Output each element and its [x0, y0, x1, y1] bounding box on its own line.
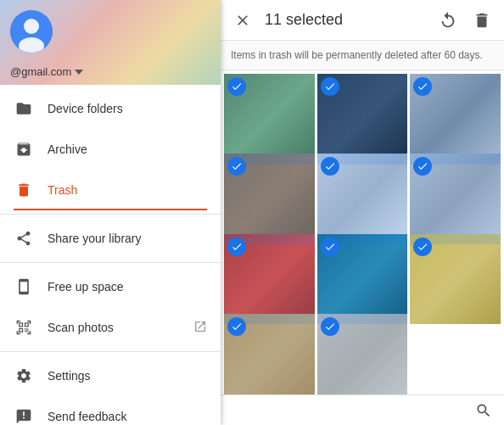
sidebar-item-scan-photos[interactable]: Scan photos — [0, 307, 221, 348]
photo-item[interactable] — [224, 234, 315, 325]
top-actions — [433, 5, 497, 36]
profile-section: @gmail.com — [0, 0, 221, 85]
sidebar-item-label-share-library: Share your library — [48, 232, 142, 245]
search-button[interactable] — [470, 397, 497, 424]
photo-item[interactable] — [224, 314, 315, 394]
selection-check-badge — [321, 77, 339, 96]
sidebar-item-label-settings: Settings — [48, 369, 91, 383]
selection-check-badge — [227, 238, 246, 256]
photo-item[interactable] — [410, 74, 501, 165]
sidebar-item-trash[interactable]: Trash — [0, 170, 221, 210]
top-bar: 11 selected — [221, 0, 504, 41]
scan-icon — [14, 317, 34, 338]
sidebar-item-label-archive: Archive — [48, 143, 87, 156]
close-button[interactable] — [227, 5, 258, 36]
sidebar-item-label-trash: Trash — [48, 183, 77, 197]
sidebar-item-label-device-folders: Device folders — [48, 102, 123, 115]
divider-1 — [0, 214, 221, 215]
photo-item[interactable] — [317, 154, 408, 244]
selection-check-badge — [321, 317, 339, 336]
selection-check-badge — [413, 77, 432, 96]
sidebar-item-free-space[interactable]: Free up space — [0, 266, 221, 307]
right-panel: 11 selected Items in trash will be perma… — [221, 0, 504, 425]
selection-check-badge — [413, 157, 432, 176]
nav-items: Device folders Archive Trash Share your … — [0, 85, 221, 425]
delete-button[interactable] — [467, 5, 497, 36]
selection-check-badge — [227, 317, 246, 336]
selection-check-badge — [321, 238, 339, 256]
photos-grid — [221, 70, 504, 394]
photo-item[interactable] — [410, 234, 501, 325]
sidebar-item-label-send-feedback: Send feedback — [48, 410, 126, 423]
info-message: Items in trash will be permanently delet… — [231, 49, 483, 61]
selection-check-badge — [321, 157, 339, 176]
sidebar-item-share-library[interactable]: Share your library — [0, 218, 221, 259]
divider-2 — [0, 262, 221, 263]
folder-icon — [14, 98, 34, 119]
share-icon — [14, 228, 34, 249]
selection-check-badge — [413, 238, 432, 256]
restore-button[interactable] — [433, 5, 463, 36]
selection-check-badge — [227, 157, 246, 176]
selected-count-label: 11 selected — [265, 11, 433, 29]
info-bar: Items in trash will be permanently delet… — [221, 41, 504, 70]
profile-email: @gmail.com — [10, 65, 71, 78]
left-panel: @gmail.com Device folders Archive Trash — [0, 0, 221, 425]
profile-email-row[interactable]: @gmail.com — [10, 65, 83, 78]
settings-icon — [14, 366, 34, 386]
dropdown-arrow-icon — [75, 70, 83, 75]
photo-item[interactable] — [224, 154, 315, 244]
photo-item[interactable] — [224, 74, 315, 165]
trash-icon — [14, 180, 34, 200]
photo-item[interactable] — [317, 234, 408, 325]
selection-check-badge — [227, 77, 246, 96]
sidebar-item-label-free-space: Free up space — [48, 280, 124, 294]
sidebar-item-label-scan-photos: Scan photos — [48, 321, 114, 334]
avatar — [10, 10, 53, 53]
divider-3 — [0, 351, 221, 352]
photo-item[interactable] — [410, 154, 501, 244]
photo-item[interactable] — [317, 314, 408, 394]
svg-point-1 — [24, 19, 39, 34]
sidebar-item-settings[interactable]: Settings — [0, 355, 221, 396]
sidebar-item-device-folders[interactable]: Device folders — [0, 88, 221, 129]
sidebar-item-send-feedback[interactable]: Send feedback — [0, 396, 221, 425]
photo-item[interactable] — [317, 74, 408, 165]
archive-icon — [14, 139, 34, 159]
phone-icon — [14, 277, 34, 297]
external-link-icon — [193, 320, 207, 336]
bottom-bar — [221, 394, 504, 425]
sidebar-item-archive[interactable]: Archive — [0, 129, 221, 170]
feedback-icon — [14, 406, 34, 425]
